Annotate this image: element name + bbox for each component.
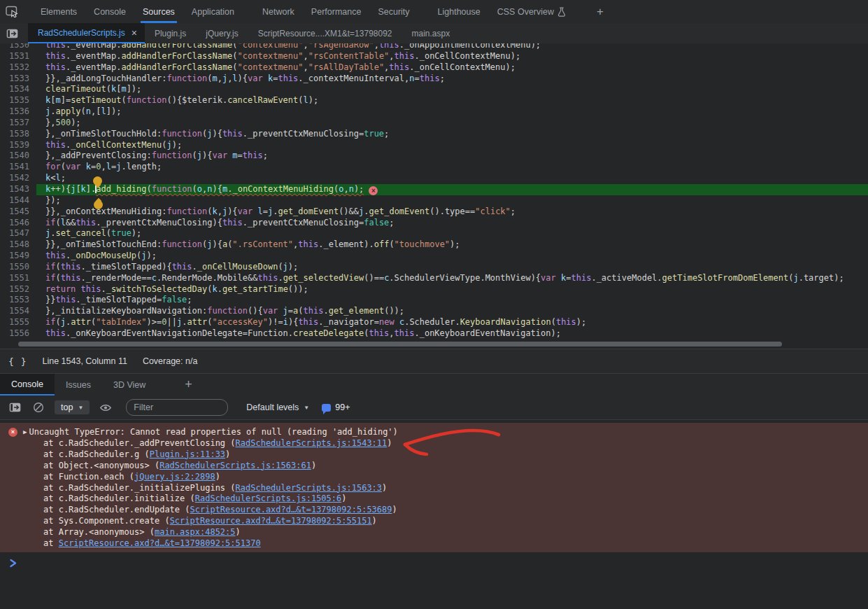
main-tab-console[interactable]: Console [85, 0, 134, 23]
code-line-1532[interactable]: 1532this._eventMap.addHandlerForClassNam… [0, 62, 868, 74]
line-number[interactable]: 1547 [0, 228, 36, 239]
stack-link[interactable]: RadSchedulerScripts.js:1563:61 [159, 461, 311, 470]
line-number[interactable]: 1530 [0, 43, 36, 51]
code-line-1534[interactable]: 1534clearTimeout(k[m]); [0, 84, 868, 95]
line-number[interactable]: 1549 [0, 251, 36, 262]
line-number[interactable]: 1543 [0, 184, 36, 195]
console-tab-console[interactable]: Console [0, 374, 55, 396]
code-line-1530[interactable]: 1530this._eventMap.addHandlerForClassNam… [0, 43, 868, 51]
main-tab-network[interactable]: Network [254, 0, 303, 23]
main-tab-css-overview[interactable]: CSS Overview [489, 0, 574, 23]
code-line-1538[interactable]: 1538},_onTimeSlotTouchHold:function(j){t… [0, 129, 868, 140]
code-line-1549[interactable]: 1549this._onDocMouseUp(j); [0, 251, 868, 262]
line-number[interactable]: 1554 [0, 306, 36, 317]
line-number[interactable]: 1548 [0, 239, 36, 251]
stack-link[interactable]: main.aspx:4852:5 [155, 527, 236, 537]
line-number[interactable]: 1539 [0, 140, 36, 151]
inspect-element-icon[interactable] [0, 0, 24, 23]
line-number[interactable]: 1553 [0, 295, 36, 306]
line-number[interactable]: 1541 [0, 162, 36, 173]
code-line-1540[interactable]: 1540},_addPreventClosing:function(j){var… [0, 150, 868, 162]
inline-error-icon[interactable]: × [369, 186, 378, 195]
line-number[interactable]: 1545 [0, 206, 36, 218]
code-line-1541[interactable]: 1541for(var k=0,l=j.length; [0, 162, 868, 173]
main-tab-sources[interactable]: Sources [134, 0, 183, 23]
code-line-1552[interactable]: 1552return this._switchToSelectedDay(k.g… [0, 284, 868, 295]
issues-counter[interactable]: 99+ [322, 402, 350, 412]
horizontal-scrollbar[interactable] [0, 342, 868, 348]
scrollbar-thumb[interactable] [18, 342, 782, 346]
line-number[interactable]: 1537 [0, 118, 36, 129]
file-tab-radschedulerscripts-js[interactable]: RadSchedulerScripts.js× [28, 23, 145, 43]
stack-link[interactable]: ScriptResource.axd?d…&t=13798092:5:51370 [59, 538, 261, 548]
code-line-1543[interactable]: 1543k++){j[k].add_hiding(function(o,n){m… [0, 184, 868, 195]
line-number[interactable]: 1546 [0, 218, 36, 229]
code-line-1547[interactable]: 1547j.set_cancel(true); [0, 228, 868, 239]
line-number[interactable]: 1544 [0, 195, 36, 206]
console-prompt-icon[interactable] [9, 559, 17, 568]
main-tab-elements[interactable]: Elements [32, 0, 85, 23]
code-line-1537[interactable]: 1537},500); [0, 118, 868, 129]
line-number[interactable]: 1556 [0, 328, 36, 340]
main-tab-security[interactable]: Security [369, 0, 418, 23]
line-number[interactable]: 1538 [0, 129, 36, 140]
close-tab-icon[interactable]: × [130, 28, 138, 38]
main-tab-application[interactable]: Application [183, 0, 243, 23]
code-line-1544[interactable]: 1544}); [0, 195, 868, 206]
code-line-1546[interactable]: 1546if(l&&this._preventCtxMenuClosing){t… [0, 218, 868, 229]
line-number[interactable]: 1540 [0, 150, 36, 162]
console-filter-input[interactable] [126, 399, 228, 416]
code-line-1545[interactable]: 1545}},_onContextMenuHiding:function(k,j… [0, 206, 868, 218]
code-line-1556[interactable]: 1556this._onKeyboardEventNavigationDeleg… [0, 328, 868, 340]
line-number[interactable]: 1532 [0, 62, 36, 74]
code-editor[interactable]: 1530this._eventMap.addHandlerForClassNam… [0, 43, 868, 349]
navigator-toggle-icon[interactable] [0, 23, 24, 43]
line-number[interactable]: 1542 [0, 173, 36, 184]
live-expression-eye-icon[interactable] [98, 403, 113, 412]
stack-link[interactable]: ScriptResource.axd?d…&t=13798092:5:55151 [170, 516, 372, 526]
stack-link[interactable]: RadSchedulerScripts.js:1543:11 [236, 438, 387, 448]
code-line-1535[interactable]: 1535k[m]=setTimeout(function(){$telerik.… [0, 95, 868, 106]
stack-link[interactable]: jQuery.js:2:2898 [134, 472, 215, 482]
code-line-1533[interactable]: 1533}},_addLongTouchHandler:function(m,j… [0, 74, 868, 85]
stack-link[interactable]: Plugin.js:11:33 [150, 449, 225, 459]
code-line-1548[interactable]: 1548}},_onTimeSlotTouchEnd:function(j){a… [0, 239, 868, 251]
console-tab-issues[interactable]: Issues [55, 374, 102, 396]
stack-link[interactable]: RadSchedulerScripts.js:1505:6 [195, 493, 342, 503]
line-number[interactable]: 1550 [0, 262, 36, 273]
console-sidebar-toggle-icon[interactable] [7, 402, 22, 412]
selection-handle-bottom[interactable] [94, 200, 103, 209]
code-line-1554[interactable]: 1554},_initializeKeyboardNavigation:func… [0, 306, 868, 317]
clear-console-icon[interactable] [31, 402, 46, 413]
stack-link[interactable]: RadSchedulerScripts.js:1563:3 [236, 483, 383, 493]
stack-link[interactable]: ScriptResource.axd?d…&t=13798092:5:53689 [190, 505, 392, 514]
javascript-context-dropdown[interactable]: top ▼ [55, 400, 90, 414]
file-tab-jquery-js[interactable]: jQuery.js [196, 23, 248, 43]
code-line-1539[interactable]: 1539this._onCellContextMenu(j); [0, 140, 868, 151]
main-tab-lighthouse[interactable]: Lighthouse [429, 0, 489, 23]
code-line-1536[interactable]: 1536j.apply(n,[l]); [0, 106, 868, 118]
stack-expander-icon[interactable]: ▶ [23, 427, 27, 438]
line-number[interactable]: 1533 [0, 74, 36, 85]
file-tab-scriptresource-xm1-t-13798092[interactable]: ScriptResource....XM1&t=13798092 [248, 23, 402, 43]
code-line-1542[interactable]: 1542k<l; [0, 173, 868, 184]
code-line-1531[interactable]: 1531this._eventMap.addHandlerForClassNam… [0, 51, 868, 62]
log-levels-dropdown[interactable]: Default levels ▼ [246, 402, 309, 412]
selection-handle-top[interactable] [93, 176, 102, 186]
line-number[interactable]: 1555 [0, 317, 36, 328]
add-drawer-tab-button[interactable]: + [175, 374, 202, 396]
line-number[interactable]: 1531 [0, 51, 36, 62]
line-number[interactable]: 1534 [0, 84, 36, 95]
console-tab-3d-view[interactable]: 3D View [102, 374, 157, 396]
pretty-print-button[interactable]: { } [8, 356, 27, 367]
line-number[interactable]: 1551 [0, 273, 36, 284]
file-tab-plugin-js[interactable]: Plugin.js [145, 23, 196, 43]
main-tab-performance[interactable]: Performance [303, 0, 370, 23]
code-line-1553[interactable]: 1553}}this._timeSlotTapped=false; [0, 295, 868, 306]
line-number[interactable]: 1552 [0, 284, 36, 295]
line-number[interactable]: 1536 [0, 106, 36, 118]
code-line-1555[interactable]: 1555if(j.attr("tabIndex")>=0||j.attr("ac… [0, 317, 868, 328]
file-tab-main-aspx[interactable]: main.aspx [402, 23, 460, 43]
add-panel-button[interactable]: + [587, 0, 613, 23]
code-line-1551[interactable]: 1551if(this._renderMode==c.RenderMode.Mo… [0, 273, 868, 284]
